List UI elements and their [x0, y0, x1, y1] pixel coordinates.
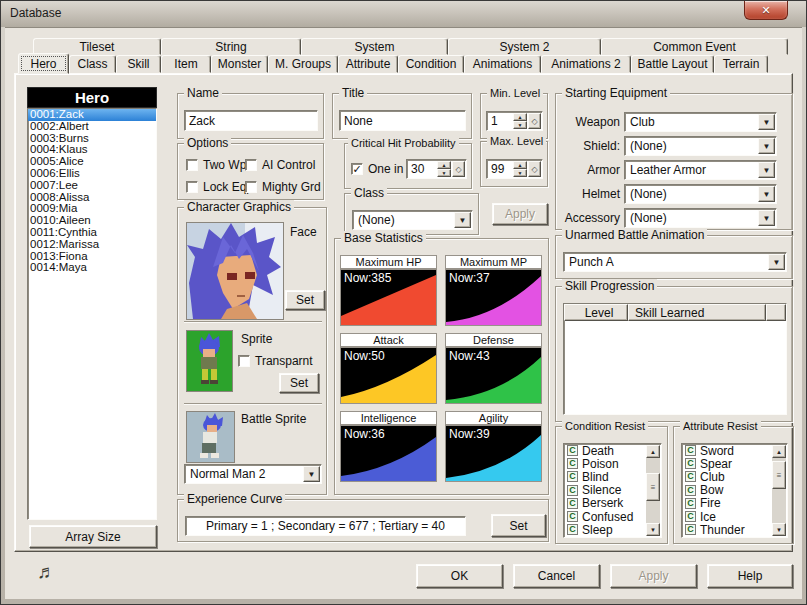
scroll-down-button[interactable]: ▼: [646, 523, 660, 536]
tab-system-2[interactable]: System 2: [448, 38, 601, 55]
accessory-dropdown[interactable]: (None) ▼: [624, 208, 777, 228]
spinner-extra-button[interactable]: ◇: [528, 161, 541, 177]
spin-up-button[interactable]: ▲: [437, 161, 451, 169]
face-set-button[interactable]: Set: [285, 290, 325, 310]
tab-system[interactable]: System: [301, 38, 448, 55]
tab-skill[interactable]: Skill: [116, 55, 161, 73]
spin-down-button[interactable]: ▼: [513, 169, 527, 177]
resist-level-icon: C: [685, 445, 696, 456]
min-level-spinner[interactable]: 1 ▲ ▼ ◇: [486, 111, 543, 131]
chevron-down-icon: ▼: [763, 142, 771, 151]
stat-curve-graph: Now:37: [445, 269, 542, 326]
hero-list-item[interactable]: 0012:Marissa: [28, 239, 156, 251]
sprite-set-button[interactable]: Set: [279, 373, 319, 393]
checkbox-ai-control[interactable]: AI Control: [245, 158, 315, 172]
weapon-dropdown[interactable]: Club ▼: [624, 112, 777, 132]
dropdown-button[interactable]: ▼: [758, 138, 775, 154]
dropdown-button[interactable]: ▼: [758, 210, 775, 226]
hero-list-item[interactable]: 0006:Ellis: [28, 168, 156, 180]
dropdown-button[interactable]: ▼: [303, 466, 320, 482]
tab-attribute[interactable]: Attribute: [338, 55, 398, 73]
ok-button[interactable]: OK: [416, 564, 503, 588]
max-level-spinner[interactable]: 99 ▲ ▼ ◇: [486, 159, 543, 179]
scroll-up-button[interactable]: ▲: [772, 445, 786, 458]
options-group-label: Options: [184, 136, 231, 150]
tab-animations[interactable]: Animations: [464, 55, 541, 73]
titlebar[interactable]: Database ✕: [1, 1, 806, 27]
shield-dropdown[interactable]: (None) ▼: [624, 136, 777, 156]
experience-curve-value: Primary = 1 ; Secondary = 677 ; Tertiary…: [206, 519, 445, 533]
resist-item-label: Poison: [582, 457, 619, 471]
battle-sprite-dropdown[interactable]: Normal Man 2 ▼: [184, 464, 322, 484]
critical-hit-spinner[interactable]: 30 ▲ ▼ ◇: [406, 159, 467, 179]
spin-down-button[interactable]: ▼: [513, 121, 527, 129]
tab-monster[interactable]: Monster: [211, 55, 268, 73]
column-header-level[interactable]: Level: [564, 304, 628, 321]
tab-class[interactable]: Class: [69, 55, 116, 73]
attribute-resist-label: Attribute Resist: [680, 419, 761, 433]
tab-label: Condition: [406, 57, 457, 71]
hero-list-item[interactable]: 0011:Cynthia: [28, 227, 156, 239]
battle-sprite-image[interactable]: [186, 411, 235, 463]
hero-list-item[interactable]: 0014:Maya: [28, 262, 156, 274]
critical-hit-value: 30: [411, 162, 424, 176]
class-dropdown[interactable]: (None) ▼: [352, 210, 473, 230]
tab-string[interactable]: String: [161, 38, 301, 55]
column-label: Level: [585, 306, 614, 320]
dropdown-button[interactable]: ▼: [758, 114, 775, 130]
dropdown-button[interactable]: ▼: [758, 186, 775, 202]
scrollbar-thumb[interactable]: ≡: [646, 473, 660, 501]
tab-item[interactable]: Item: [161, 55, 211, 73]
dropdown-button[interactable]: ▼: [758, 162, 775, 178]
checkbox-two-wpn[interactable]: Two Wpn: [186, 158, 253, 172]
cancel-button[interactable]: Cancel: [513, 564, 600, 588]
tab-animations-2[interactable]: Animations 2: [541, 55, 631, 73]
skill-progression-table[interactable]: Level Skill Learned: [563, 303, 787, 415]
scrollbar-thumb[interactable]: ≡: [772, 461, 786, 489]
dropdown-button[interactable]: ▼: [768, 254, 785, 270]
scrollbar[interactable]: ▲ ≡ ▼: [646, 445, 660, 536]
column-header-skill-learned[interactable]: Skill Learned: [628, 304, 766, 321]
spin-down-button[interactable]: ▼: [437, 169, 451, 177]
unarmed-animation-label: Unarmed Battle Animation: [562, 228, 707, 242]
scrollbar[interactable]: ▲ ≡ ▼: [772, 445, 786, 536]
checkbox-transparent[interactable]: Transparnt: [238, 354, 313, 368]
close-button[interactable]: ✕: [744, 1, 788, 20]
array-size-button[interactable]: Array Size: [29, 525, 157, 548]
scroll-down-button[interactable]: ▼: [772, 523, 786, 536]
unarmed-animation-dropdown[interactable]: Punch A ▼: [563, 252, 787, 272]
face-image[interactable]: [186, 222, 284, 320]
helmet-dropdown[interactable]: (None) ▼: [624, 184, 777, 204]
tab-m-groups[interactable]: M. Groups: [268, 55, 338, 73]
title-input[interactable]: [339, 110, 466, 131]
armor-dropdown[interactable]: Leather Armor ▼: [624, 160, 777, 180]
tab-terrain[interactable]: Terrain: [714, 55, 768, 73]
spin-up-button[interactable]: ▲: [513, 161, 527, 169]
checkbox-label: Transparnt: [255, 354, 313, 368]
checkbox-lock-eqp[interactable]: Lock Eqp: [186, 180, 253, 194]
sprite-image[interactable]: [186, 330, 233, 392]
hero-listbox[interactable]: 0001:Zack 0002:Albert 0003:Burns 0004:Kl…: [27, 108, 157, 520]
hero-list-item[interactable]: 0002:Albert: [28, 121, 156, 133]
spinner-extra-button[interactable]: ◇: [452, 161, 465, 177]
checkbox-mighty-grd[interactable]: Mighty Grd: [245, 180, 321, 194]
resist-level-icon: C: [685, 471, 696, 482]
scroll-up-button[interactable]: ▲: [646, 445, 660, 458]
spin-up-button[interactable]: ▲: [513, 113, 527, 121]
help-button[interactable]: Help: [707, 564, 793, 588]
dropdown-button[interactable]: ▼: [454, 212, 471, 228]
attribute-resist-list[interactable]: CSword CSpear CClub CBow CFire CIce CThu…: [681, 443, 788, 538]
name-input[interactable]: [184, 110, 318, 131]
tab-hero[interactable]: Hero: [18, 53, 69, 74]
apply-button[interactable]: Apply: [610, 564, 697, 588]
experience-set-button[interactable]: Set: [491, 514, 546, 537]
tab-battle-layout[interactable]: Battle Layout: [631, 55, 714, 73]
condition-resist-list[interactable]: CDeath CPoison CBlind CSilence CBerserk …: [563, 443, 662, 538]
hero-list-item[interactable]: 0007:Lee: [28, 180, 156, 192]
tab-common-event[interactable]: Common Event: [601, 38, 788, 55]
class-apply-button[interactable]: Apply: [492, 203, 548, 225]
spinner-extra-button[interactable]: ◇: [528, 113, 541, 129]
resist-item-label: Thunder: [700, 523, 745, 537]
checkbox-one-in[interactable]: ✓ One in: [351, 162, 403, 176]
tab-condition[interactable]: Condition: [398, 55, 464, 73]
